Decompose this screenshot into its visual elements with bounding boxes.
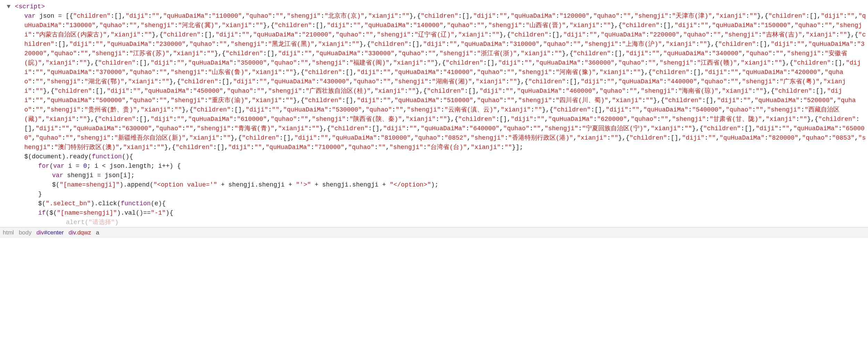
crumb-body[interactable]: body <box>19 228 32 237</box>
script-open-line[interactable]: ▼ <script> <box>0 2 868 11</box>
code-click-open[interactable]: $(".select_bn").click(function(e){ <box>0 199 868 208</box>
tag-script: script <box>19 3 41 10</box>
code-if-open[interactable]: if($("[name=shengji]").val()=="-1"){ <box>0 208 868 218</box>
expand-arrow-icon[interactable]: ▼ <box>6 2 11 11</box>
json-decl-block[interactable]: var json = [{"children":[],"diji":"","qu… <box>0 11 868 152</box>
code-for-close[interactable]: } <box>0 190 868 199</box>
crumb-div-center[interactable]: div#center <box>36 228 64 237</box>
crumb-html[interactable]: html <box>3 228 14 237</box>
code-alert-partial[interactable]: alert("请选择") <box>0 218 868 227</box>
crumb-a[interactable]: a <box>96 228 99 237</box>
code-area[interactable]: ▼ <script> var json = [{"children":[],"d… <box>0 0 868 227</box>
code-ready-open[interactable]: $(document).ready(function(){ <box>0 152 868 162</box>
breadcrumb[interactable]: html body div#center div.dqwz a <box>0 227 868 238</box>
crumb-div-dqwz[interactable]: div.dqwz <box>68 228 91 237</box>
code-var-shengji[interactable]: var shengji = json[i]; <box>0 171 868 180</box>
code-for-open[interactable]: for(var i = 0; i < json.length; i++) { <box>0 162 868 171</box>
code-append[interactable]: $("[name=shengji]").append("<option valu… <box>0 180 868 190</box>
